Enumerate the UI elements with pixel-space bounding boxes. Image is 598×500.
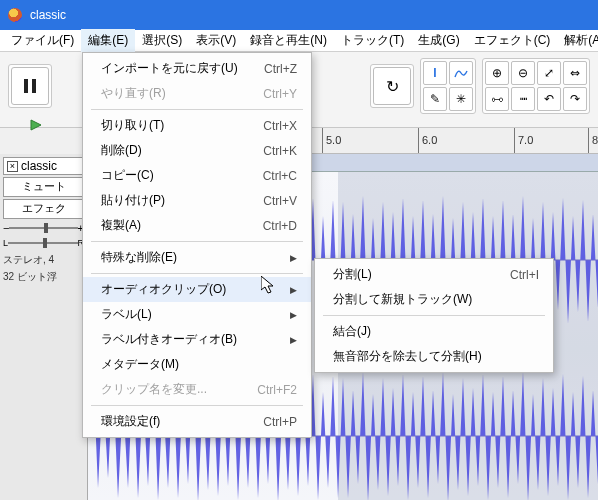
menu-tracks[interactable]: トラック(T): [334, 29, 411, 52]
menu-effect[interactable]: エフェクト(C): [467, 29, 558, 52]
menu-rename-clip: クリップ名を変更...Ctrl+F2: [83, 377, 311, 402]
menu-undo[interactable]: インポートを元に戻す(U)Ctrl+Z: [83, 56, 311, 81]
app-logo-icon: [8, 8, 22, 22]
envelope-tool-icon[interactable]: [449, 61, 473, 85]
track-title-bar[interactable]: × classic: [3, 157, 84, 175]
submenu-split-new[interactable]: 分割して新規トラック(W): [315, 287, 553, 312]
pause-button[interactable]: [11, 67, 49, 105]
menu-bar: ファイル(F) 編集(E) 選択(S) 表示(V) 録音と再生(N) トラック(…: [0, 30, 598, 52]
menu-duplicate[interactable]: 複製(A)Ctrl+D: [83, 213, 311, 238]
menu-edit[interactable]: 編集(E): [81, 29, 135, 52]
menu-view[interactable]: 表示(V): [189, 29, 243, 52]
menu-metadata[interactable]: メタデータ(M): [83, 352, 311, 377]
menu-select[interactable]: 選択(S): [135, 29, 189, 52]
audio-clip-submenu: 分割(L)Ctrl+I 分割して新規トラック(W) 結合(J) 無音部分を除去し…: [314, 258, 554, 373]
track-format-line2: 32 ビット浮: [3, 270, 84, 283]
track-format-line1: ステレオ, 4: [3, 253, 84, 266]
loop-group: ↻: [370, 64, 414, 108]
menu-preferences[interactable]: 環境設定(f)Ctrl+P: [83, 409, 311, 434]
pan-slider[interactable]: LR: [3, 237, 84, 249]
track-name: classic: [21, 159, 57, 173]
svg-marker-2: [31, 120, 41, 130]
loop-button[interactable]: ↻: [373, 67, 411, 105]
transport-group: [8, 64, 52, 108]
redo-icon[interactable]: ↷: [563, 87, 587, 111]
menu-special-delete[interactable]: 特殊な削除(E)▶: [83, 245, 311, 270]
silence-icon[interactable]: ┉: [511, 87, 535, 111]
effects-button[interactable]: エフェク: [3, 199, 84, 219]
zoom-in-icon[interactable]: ⊕: [485, 61, 509, 85]
multi-tool-icon[interactable]: ✳: [449, 87, 473, 111]
menu-redo: やり直す(R)Ctrl+Y: [83, 81, 311, 106]
tick-label: 5.0: [326, 134, 341, 146]
playhead-marker-icon[interactable]: [28, 118, 44, 132]
mute-button[interactable]: ミュート: [3, 177, 84, 197]
draw-tool-icon[interactable]: ✎: [423, 87, 447, 111]
submenu-split[interactable]: 分割(L)Ctrl+I: [315, 262, 553, 287]
menu-file[interactable]: ファイル(F): [4, 29, 81, 52]
title-bar: classic: [0, 0, 598, 30]
tick-label: 8.0: [592, 134, 598, 146]
svg-rect-1: [32, 79, 36, 93]
tick-label: 7.0: [518, 134, 533, 146]
menu-transport[interactable]: 録音と再生(N): [243, 29, 334, 52]
fit-project-icon[interactable]: ⇔: [563, 61, 587, 85]
menu-paste[interactable]: 貼り付け(P)Ctrl+V: [83, 188, 311, 213]
tool-group: I ✎ ✳: [420, 58, 476, 114]
fit-selection-icon[interactable]: ⤢: [537, 61, 561, 85]
zoom-group: ⊕ ⊖ ⤢ ⇔ ⧟ ┉ ↶ ↷: [482, 58, 590, 114]
menu-audio-clip[interactable]: オーディオクリップ(O)▶: [83, 277, 311, 302]
zoom-out-icon[interactable]: ⊖: [511, 61, 535, 85]
submenu-join[interactable]: 結合(J): [315, 319, 553, 344]
tick-label: 6.0: [422, 134, 437, 146]
menu-labeled-audio[interactable]: ラベル付きオーディオ(B)▶: [83, 327, 311, 352]
menu-cut[interactable]: 切り取り(T)Ctrl+X: [83, 113, 311, 138]
menu-delete[interactable]: 削除(D)Ctrl+K: [83, 138, 311, 163]
window-title: classic: [30, 8, 66, 22]
menu-generate[interactable]: 生成(G): [411, 29, 466, 52]
gain-slider[interactable]: −+: [3, 222, 84, 234]
selection-tool-icon[interactable]: I: [423, 61, 447, 85]
undo-icon[interactable]: ↶: [537, 87, 561, 111]
track-control-panel: × classic ミュート エフェク −+ LR ステレオ, 4 32 ビット…: [0, 154, 88, 500]
submenu-detach-silence[interactable]: 無音部分を除去して分割(H): [315, 344, 553, 369]
menu-analyze[interactable]: 解析(A): [557, 29, 598, 52]
close-track-icon[interactable]: ×: [7, 161, 18, 172]
edit-menu-dropdown: インポートを元に戻す(U)Ctrl+Z やり直す(R)Ctrl+Y 切り取り(T…: [82, 52, 312, 438]
trim-icon[interactable]: ⧟: [485, 87, 509, 111]
svg-rect-0: [24, 79, 28, 93]
menu-labels[interactable]: ラベル(L)▶: [83, 302, 311, 327]
menu-copy[interactable]: コピー(C)Ctrl+C: [83, 163, 311, 188]
